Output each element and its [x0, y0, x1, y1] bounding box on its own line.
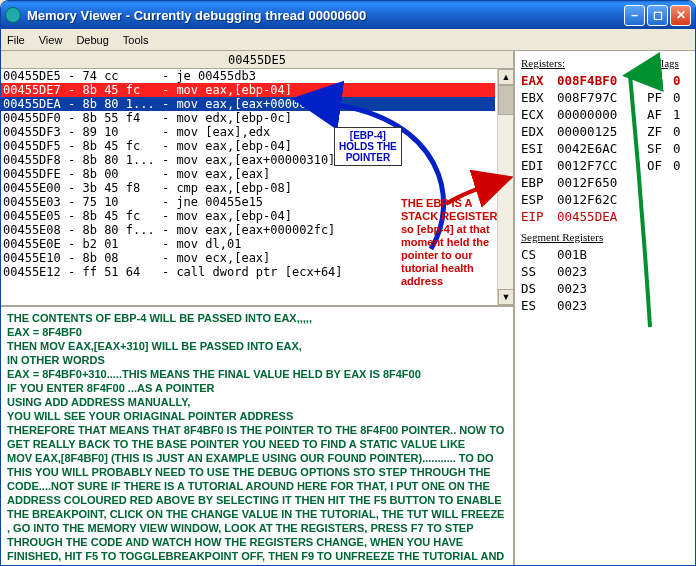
- scroll-down-icon[interactable]: ▼: [498, 289, 513, 305]
- left-panel: 00455DE5 00455DE5 - 74 cc - je 00455db30…: [1, 51, 515, 565]
- flags-header: Flags: [655, 55, 695, 72]
- disasm-row[interactable]: 00455DE5 - 74 cc - je 00455db3: [1, 69, 495, 83]
- flag-name: AF: [647, 106, 673, 123]
- register-row: EDI0012F7CCOF0: [521, 157, 695, 174]
- note-line: THEREFORE THAT MEANS THAT 8F4BF0 IS THE …: [7, 423, 507, 451]
- flag-value: [673, 174, 685, 191]
- register-name: EAX: [521, 72, 557, 89]
- register-name: EBP: [521, 174, 557, 191]
- note-line: EAX = 8F4BF0: [7, 325, 507, 339]
- register-name: ESP: [521, 191, 557, 208]
- disasm-row[interactable]: 00455DF3 - 89 10 - mov [eax],edx: [1, 125, 495, 139]
- menu-tools[interactable]: Tools: [123, 34, 149, 46]
- menu-debug[interactable]: Debug: [76, 34, 108, 46]
- segment-value: 0023: [557, 297, 647, 314]
- segment-row: DS0023: [521, 280, 695, 297]
- segment-registers-header: Segment Registers: [521, 229, 695, 246]
- flag-value: 0: [673, 140, 685, 157]
- note-line: USING ADD ADDRESS MANUALLY,: [7, 395, 507, 409]
- close-button[interactable]: ✕: [670, 5, 691, 26]
- register-name: ESI: [521, 140, 557, 157]
- flag-value: 0: [673, 123, 685, 140]
- flag-value: 1: [673, 106, 685, 123]
- register-value: 0012F650: [557, 174, 647, 191]
- disasm-row[interactable]: 00455DF5 - 8b 45 fc - mov eax,[ebp-04]: [1, 139, 495, 153]
- app-window: Memory Viewer - Currently debugging thre…: [0, 0, 696, 566]
- flag-name: [647, 174, 673, 191]
- register-row: EIP00455DEA: [521, 208, 695, 225]
- segment-row: SS0023: [521, 263, 695, 280]
- notes-pane[interactable]: THE CONTENTS OF EBP-4 WILL BE PASSED INT…: [1, 307, 513, 565]
- register-value: 0012F7CC: [557, 157, 647, 174]
- note-line: EAX = 8F4BF0+310.....THIS MEANS THE FINA…: [7, 367, 507, 381]
- register-name: ECX: [521, 106, 557, 123]
- flag-name: [647, 208, 673, 225]
- note-line: YOU WILL SEE YOUR ORIAGINAL POINTER ADDR…: [7, 409, 507, 423]
- flag-name: ZF: [647, 123, 673, 140]
- register-row: EDX00000125ZF0: [521, 123, 695, 140]
- disasm-row[interactable]: 00455DF0 - 8b 55 f4 - mov edx,[ebp-0c]: [1, 111, 495, 125]
- segment-value: 001B: [557, 246, 647, 263]
- register-name: EDI: [521, 157, 557, 174]
- app-icon: [5, 7, 21, 23]
- segment-name: DS: [521, 280, 557, 297]
- flag-name: [647, 191, 673, 208]
- registers-header: Registers:: [521, 55, 655, 72]
- register-name: EBX: [521, 89, 557, 106]
- scroll-up-icon[interactable]: ▲: [498, 69, 513, 85]
- register-row: ECX00000000AF1: [521, 106, 695, 123]
- note-line: THEN MOV EAX,[EAX+310] WILL BE PASSED IN…: [7, 339, 507, 353]
- register-row: EAX008F4BF0CF0: [521, 72, 695, 89]
- disasm-row[interactable]: 00455E08 - 8b 80 f... - mov eax,[eax+000…: [1, 223, 495, 237]
- titlebar[interactable]: Memory Viewer - Currently debugging thre…: [1, 1, 695, 29]
- disasm-row[interactable]: 00455E05 - 8b 45 fc - mov eax,[ebp-04]: [1, 209, 495, 223]
- register-name: EDX: [521, 123, 557, 140]
- menu-file[interactable]: File: [7, 34, 25, 46]
- register-value: 0012F62C: [557, 191, 647, 208]
- menu-view[interactable]: View: [39, 34, 63, 46]
- address-header: 00455DE5: [1, 51, 513, 69]
- note-line: IN OTHER WORDS: [7, 353, 507, 367]
- scroll-thumb[interactable]: [498, 85, 513, 115]
- flag-name: SF: [647, 140, 673, 157]
- register-row: ESP0012F62C: [521, 191, 695, 208]
- menubar: File View Debug Tools: [1, 29, 695, 51]
- flag-value: [673, 208, 685, 225]
- disasm-row[interactable]: 00455E03 - 75 10 - jne 00455e15: [1, 195, 495, 209]
- register-value: 008F4BF0: [557, 72, 647, 89]
- register-row: EBP0012F650: [521, 174, 695, 191]
- disasm-row[interactable]: 00455E00 - 3b 45 f8 - cmp eax,[ebp-08]: [1, 181, 495, 195]
- note-line: IF YOU ENTER 8F4F00 ...AS A POINTER: [7, 381, 507, 395]
- flag-name: OF: [647, 157, 673, 174]
- maximize-button[interactable]: ◻: [647, 5, 668, 26]
- disasm-row[interactable]: 00455DEA - 8b 80 1... - mov eax,[eax+000…: [1, 97, 495, 111]
- register-value: 00000000: [557, 106, 647, 123]
- minimize-button[interactable]: –: [624, 5, 645, 26]
- register-value: 0042E6AC: [557, 140, 647, 157]
- register-name: EIP: [521, 208, 557, 225]
- flag-name: PF: [647, 89, 673, 106]
- disasm-scrollbar[interactable]: ▲ ▼: [497, 69, 513, 305]
- window-title: Memory Viewer - Currently debugging thre…: [27, 8, 624, 23]
- note-line: MOV EAX,[8F4BF0] (THIS IS JUST AN EXAMPL…: [7, 451, 507, 565]
- register-value: 00000125: [557, 123, 647, 140]
- segment-name: ES: [521, 297, 557, 314]
- flag-value: [673, 191, 685, 208]
- disassembly-pane[interactable]: 00455DE5 - 74 cc - je 00455db300455DE7 -…: [1, 69, 513, 307]
- disasm-row[interactable]: 00455E0E - b2 01 - mov dl,01: [1, 237, 495, 251]
- disasm-row[interactable]: 00455DE7 - 8b 45 fc - mov eax,[ebp-04]: [1, 83, 495, 97]
- disasm-row[interactable]: 00455DF8 - 8b 80 1... - mov eax,[eax+000…: [1, 153, 495, 167]
- content: 00455DE5 00455DE5 - 74 cc - je 00455db30…: [1, 51, 695, 565]
- register-row: ESI0042E6ACSF0: [521, 140, 695, 157]
- segment-name: SS: [521, 263, 557, 280]
- disasm-row[interactable]: 00455DFE - 8b 00 - mov eax,[eax]: [1, 167, 495, 181]
- segment-value: 0023: [557, 263, 647, 280]
- segment-row: CS001B: [521, 246, 695, 263]
- segment-value: 0023: [557, 280, 647, 297]
- disasm-row[interactable]: 00455E12 - ff 51 64 - call dword ptr [ec…: [1, 265, 495, 279]
- register-row: EBX008F797CPF0: [521, 89, 695, 106]
- flag-value: 0: [673, 72, 685, 89]
- flag-value: 0: [673, 157, 685, 174]
- disasm-row[interactable]: 00455E10 - 8b 08 - mov ecx,[eax]: [1, 251, 495, 265]
- note-line: THE CONTENTS OF EBP-4 WILL BE PASSED INT…: [7, 311, 507, 325]
